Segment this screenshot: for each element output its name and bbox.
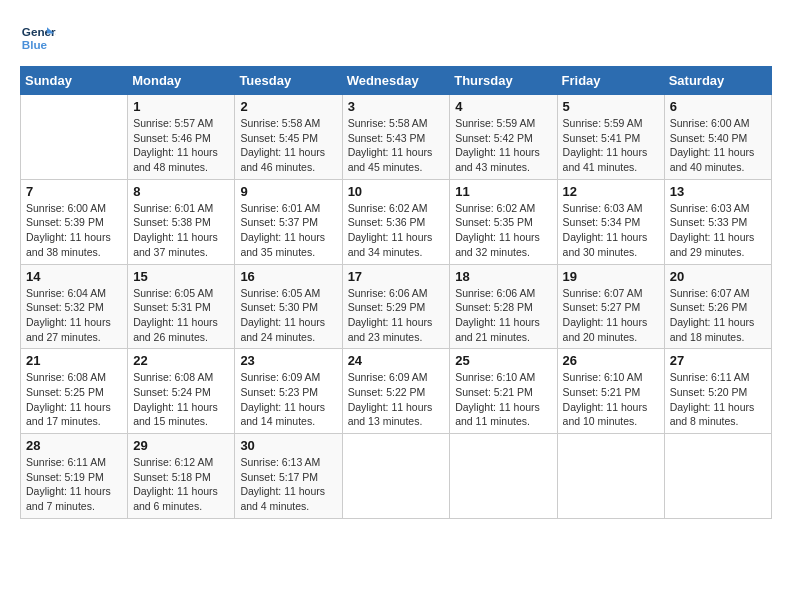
day-info: Sunrise: 5:58 AM Sunset: 5:43 PM Dayligh… — [348, 116, 445, 175]
calendar-cell: 29Sunrise: 6:12 AM Sunset: 5:18 PM Dayli… — [128, 434, 235, 519]
weekday-header: Monday — [128, 67, 235, 95]
day-number: 10 — [348, 184, 445, 199]
calendar-cell: 27Sunrise: 6:11 AM Sunset: 5:20 PM Dayli… — [664, 349, 771, 434]
calendar-cell: 9Sunrise: 6:01 AM Sunset: 5:37 PM Daylig… — [235, 179, 342, 264]
day-info: Sunrise: 6:08 AM Sunset: 5:24 PM Dayligh… — [133, 370, 229, 429]
day-info: Sunrise: 6:12 AM Sunset: 5:18 PM Dayligh… — [133, 455, 229, 514]
day-number: 13 — [670, 184, 766, 199]
calendar-cell: 18Sunrise: 6:06 AM Sunset: 5:28 PM Dayli… — [450, 264, 557, 349]
day-number: 19 — [563, 269, 659, 284]
calendar-cell — [342, 434, 450, 519]
day-info: Sunrise: 5:59 AM Sunset: 5:41 PM Dayligh… — [563, 116, 659, 175]
calendar-cell: 24Sunrise: 6:09 AM Sunset: 5:22 PM Dayli… — [342, 349, 450, 434]
day-info: Sunrise: 6:02 AM Sunset: 5:35 PM Dayligh… — [455, 201, 551, 260]
calendar-table: SundayMondayTuesdayWednesdayThursdayFrid… — [20, 66, 772, 519]
day-info: Sunrise: 6:06 AM Sunset: 5:29 PM Dayligh… — [348, 286, 445, 345]
calendar-cell: 21Sunrise: 6:08 AM Sunset: 5:25 PM Dayli… — [21, 349, 128, 434]
calendar-cell: 14Sunrise: 6:04 AM Sunset: 5:32 PM Dayli… — [21, 264, 128, 349]
day-info: Sunrise: 6:07 AM Sunset: 5:26 PM Dayligh… — [670, 286, 766, 345]
calendar-cell: 2Sunrise: 5:58 AM Sunset: 5:45 PM Daylig… — [235, 95, 342, 180]
calendar-cell: 19Sunrise: 6:07 AM Sunset: 5:27 PM Dayli… — [557, 264, 664, 349]
weekday-header: Friday — [557, 67, 664, 95]
calendar-cell — [21, 95, 128, 180]
day-number: 25 — [455, 353, 551, 368]
day-number: 26 — [563, 353, 659, 368]
day-info: Sunrise: 6:10 AM Sunset: 5:21 PM Dayligh… — [455, 370, 551, 429]
day-number: 24 — [348, 353, 445, 368]
calendar-cell: 4Sunrise: 5:59 AM Sunset: 5:42 PM Daylig… — [450, 95, 557, 180]
day-info: Sunrise: 6:11 AM Sunset: 5:20 PM Dayligh… — [670, 370, 766, 429]
day-info: Sunrise: 6:03 AM Sunset: 5:33 PM Dayligh… — [670, 201, 766, 260]
calendar-cell: 11Sunrise: 6:02 AM Sunset: 5:35 PM Dayli… — [450, 179, 557, 264]
day-number: 6 — [670, 99, 766, 114]
day-number: 21 — [26, 353, 122, 368]
day-info: Sunrise: 6:04 AM Sunset: 5:32 PM Dayligh… — [26, 286, 122, 345]
day-number: 12 — [563, 184, 659, 199]
day-info: Sunrise: 6:11 AM Sunset: 5:19 PM Dayligh… — [26, 455, 122, 514]
svg-text:Blue: Blue — [22, 38, 48, 51]
day-number: 15 — [133, 269, 229, 284]
calendar-cell: 3Sunrise: 5:58 AM Sunset: 5:43 PM Daylig… — [342, 95, 450, 180]
day-info: Sunrise: 5:59 AM Sunset: 5:42 PM Dayligh… — [455, 116, 551, 175]
logo-icon: General Blue — [20, 20, 56, 56]
weekday-header: Wednesday — [342, 67, 450, 95]
day-number: 16 — [240, 269, 336, 284]
day-info: Sunrise: 6:02 AM Sunset: 5:36 PM Dayligh… — [348, 201, 445, 260]
weekday-header: Thursday — [450, 67, 557, 95]
calendar-week-row: 1Sunrise: 5:57 AM Sunset: 5:46 PM Daylig… — [21, 95, 772, 180]
calendar-week-row: 7Sunrise: 6:00 AM Sunset: 5:39 PM Daylig… — [21, 179, 772, 264]
day-info: Sunrise: 6:00 AM Sunset: 5:40 PM Dayligh… — [670, 116, 766, 175]
calendar-cell: 13Sunrise: 6:03 AM Sunset: 5:33 PM Dayli… — [664, 179, 771, 264]
calendar-body: 1Sunrise: 5:57 AM Sunset: 5:46 PM Daylig… — [21, 95, 772, 519]
page-header: General Blue — [20, 20, 772, 56]
calendar-week-row: 21Sunrise: 6:08 AM Sunset: 5:25 PM Dayli… — [21, 349, 772, 434]
calendar-cell: 17Sunrise: 6:06 AM Sunset: 5:29 PM Dayli… — [342, 264, 450, 349]
calendar-cell: 10Sunrise: 6:02 AM Sunset: 5:36 PM Dayli… — [342, 179, 450, 264]
day-number: 8 — [133, 184, 229, 199]
day-info: Sunrise: 6:06 AM Sunset: 5:28 PM Dayligh… — [455, 286, 551, 345]
day-info: Sunrise: 6:05 AM Sunset: 5:30 PM Dayligh… — [240, 286, 336, 345]
calendar-cell: 15Sunrise: 6:05 AM Sunset: 5:31 PM Dayli… — [128, 264, 235, 349]
day-info: Sunrise: 5:58 AM Sunset: 5:45 PM Dayligh… — [240, 116, 336, 175]
day-number: 23 — [240, 353, 336, 368]
day-info: Sunrise: 6:09 AM Sunset: 5:22 PM Dayligh… — [348, 370, 445, 429]
calendar-cell: 26Sunrise: 6:10 AM Sunset: 5:21 PM Dayli… — [557, 349, 664, 434]
day-info: Sunrise: 6:10 AM Sunset: 5:21 PM Dayligh… — [563, 370, 659, 429]
calendar-week-row: 28Sunrise: 6:11 AM Sunset: 5:19 PM Dayli… — [21, 434, 772, 519]
calendar-cell: 5Sunrise: 5:59 AM Sunset: 5:41 PM Daylig… — [557, 95, 664, 180]
day-info: Sunrise: 5:57 AM Sunset: 5:46 PM Dayligh… — [133, 116, 229, 175]
weekday-header: Saturday — [664, 67, 771, 95]
day-number: 29 — [133, 438, 229, 453]
day-number: 20 — [670, 269, 766, 284]
day-info: Sunrise: 6:00 AM Sunset: 5:39 PM Dayligh… — [26, 201, 122, 260]
calendar-cell: 23Sunrise: 6:09 AM Sunset: 5:23 PM Dayli… — [235, 349, 342, 434]
day-number: 28 — [26, 438, 122, 453]
logo: General Blue — [20, 20, 60, 56]
day-number: 18 — [455, 269, 551, 284]
day-info: Sunrise: 6:13 AM Sunset: 5:17 PM Dayligh… — [240, 455, 336, 514]
day-info: Sunrise: 6:05 AM Sunset: 5:31 PM Dayligh… — [133, 286, 229, 345]
calendar-cell — [450, 434, 557, 519]
calendar-cell: 7Sunrise: 6:00 AM Sunset: 5:39 PM Daylig… — [21, 179, 128, 264]
day-info: Sunrise: 6:09 AM Sunset: 5:23 PM Dayligh… — [240, 370, 336, 429]
day-number: 27 — [670, 353, 766, 368]
day-number: 7 — [26, 184, 122, 199]
calendar-cell: 16Sunrise: 6:05 AM Sunset: 5:30 PM Dayli… — [235, 264, 342, 349]
day-info: Sunrise: 6:07 AM Sunset: 5:27 PM Dayligh… — [563, 286, 659, 345]
day-number: 11 — [455, 184, 551, 199]
calendar-cell: 30Sunrise: 6:13 AM Sunset: 5:17 PM Dayli… — [235, 434, 342, 519]
weekday-header: Sunday — [21, 67, 128, 95]
calendar-week-row: 14Sunrise: 6:04 AM Sunset: 5:32 PM Dayli… — [21, 264, 772, 349]
calendar-cell: 25Sunrise: 6:10 AM Sunset: 5:21 PM Dayli… — [450, 349, 557, 434]
day-number: 3 — [348, 99, 445, 114]
day-number: 1 — [133, 99, 229, 114]
day-number: 9 — [240, 184, 336, 199]
calendar-cell — [664, 434, 771, 519]
day-info: Sunrise: 6:08 AM Sunset: 5:25 PM Dayligh… — [26, 370, 122, 429]
calendar-cell: 8Sunrise: 6:01 AM Sunset: 5:38 PM Daylig… — [128, 179, 235, 264]
calendar-cell: 1Sunrise: 5:57 AM Sunset: 5:46 PM Daylig… — [128, 95, 235, 180]
day-number: 17 — [348, 269, 445, 284]
weekday-header: Tuesday — [235, 67, 342, 95]
day-info: Sunrise: 6:01 AM Sunset: 5:37 PM Dayligh… — [240, 201, 336, 260]
calendar-cell: 6Sunrise: 6:00 AM Sunset: 5:40 PM Daylig… — [664, 95, 771, 180]
